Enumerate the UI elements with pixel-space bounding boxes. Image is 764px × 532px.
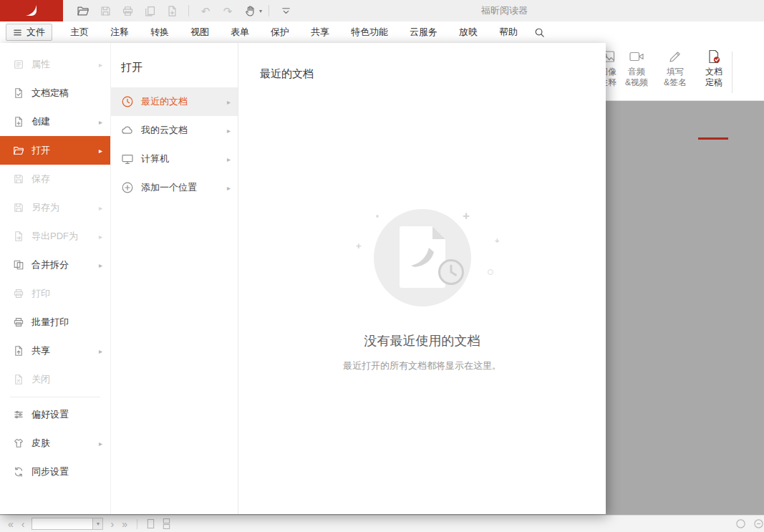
file-menu-item-create[interactable]: 创建 ▸ [0,107,110,136]
submenu-arrow-icon: ▸ [227,127,231,135]
open-item-cloud-documents[interactable]: 我的云文档 ▸ [111,116,238,145]
first-page-button[interactable]: « [6,519,16,529]
tab-help[interactable]: 帮助 [488,21,528,43]
save-icon [100,5,112,17]
menubar: 文件 主页 注释 转换 视图 表单 保护 共享 特色功能 云服务 放映 帮助 [0,21,764,43]
customize-toolbar-button[interactable] [276,2,296,19]
file-menu-item-open[interactable]: 打开 ▸ [0,136,110,165]
search-button[interactable] [531,24,548,41]
tab-comment[interactable]: 注释 [100,21,140,43]
open-folder-icon [77,4,90,17]
single-page-view-button[interactable] [145,518,157,529]
file-menu-item-share[interactable]: 共享 ▸ [0,337,110,365]
file-menu-item-skin[interactable]: 皮肤 ▸ [0,429,110,458]
page-dropdown-icon[interactable]: ▼ [93,518,103,530]
page-number-input[interactable] [32,518,93,530]
tab-slideshow[interactable]: 放映 [448,21,488,43]
next-page-button[interactable]: › [108,519,116,529]
new-doc-icon [166,5,178,17]
file-menu-item-preferences[interactable]: 偏好设置 [0,400,110,429]
save-icon [13,173,24,185]
decoration-dot [488,269,493,275]
tab-special-features[interactable]: 特色功能 [340,21,399,43]
submenu-arrow-icon: ▸ [227,98,231,106]
hand-tool-button[interactable] [240,2,260,19]
submenu-arrow-icon: ▸ [99,233,102,241]
file-menu-item-merge-split[interactable]: 合并拆分 ▸ [0,251,110,279]
empty-state: + + + 没有最近使用的文档 最近打开的所有文档都将显示在这里。 [238,209,606,372]
file-menu-item-print[interactable]: 打印 [0,279,110,308]
tab-protect[interactable]: 保护 [260,21,300,43]
tab-home[interactable]: 主页 [59,21,100,43]
duplicate-doc-button[interactable] [140,2,160,19]
ribbon-button-label: 文档 [705,67,722,77]
file-menu-item-save[interactable]: 保存 [0,165,110,193]
open-file-button[interactable] [73,2,93,19]
open-item-label: 计算机 [141,153,169,165]
folded-corner [432,226,445,239]
submenu-arrow-icon: ▸ [99,204,102,212]
file-menu-item-properties[interactable]: 属性 ▸ [0,50,110,79]
doc-check-icon [13,87,24,99]
recent-documents-panel: 最近的文档 + + + 没有最近使用的文档 最近打开的所有文档都将显示在这里。 [238,43,606,514]
merge-split-icon [13,259,24,271]
open-item-label: 添加一个位置 [141,181,197,194]
decoration-dot [376,215,379,218]
last-page-button[interactable]: » [120,519,130,529]
tab-view[interactable]: 视图 [180,21,220,43]
ribbon-button-label: &签名 [664,77,687,88]
ribbon-divider [732,52,732,93]
statusbar-divider [137,519,137,529]
open-item-recent-documents[interactable]: 最近的文档 ▸ [111,87,238,116]
file-menu-button[interactable]: 文件 [6,24,52,41]
ribbon-button-label: 填写 [667,67,684,77]
file-menu-item-sync-settings[interactable]: 同步设置 [0,458,110,486]
file-menu-item-export-pdf[interactable]: 导出PDF为 ▸ [0,222,110,251]
doc-finalize-button[interactable]: 文档 定稿 [695,49,733,96]
doc-finalize-icon [706,49,722,64]
open-item-computer[interactable]: 计算机 ▸ [111,145,238,173]
submenu-arrow-icon: ▸ [99,61,102,69]
file-menu-label: 文件 [26,26,45,39]
submenu-arrow-icon: ▸ [99,261,102,269]
page-number-control: ▼ [32,518,103,530]
properties-icon [13,59,24,70]
save-button[interactable] [95,2,115,19]
tab-share[interactable]: 共享 [300,21,340,43]
file-menu-panel: 属性 ▸ 文档定稿 创建 ▸ 打开 ▸ 保存 [0,43,606,514]
file-menu-item-batch-print[interactable]: 批量打印 [0,308,110,337]
skin-icon [13,437,24,449]
zoom-out-button[interactable] [752,518,764,529]
batch-print-icon [13,316,24,328]
tab-form[interactable]: 表单 [220,21,260,43]
prev-page-button[interactable]: ‹ [19,519,27,529]
doc-close-icon [13,374,24,385]
tab-cloud-service[interactable]: 云服务 [399,21,448,43]
open-item-add-place[interactable]: 添加一个位置 ▸ [111,173,238,202]
file-menu-item-save-as[interactable]: 另存为 ▸ [0,193,110,222]
search-icon [534,27,545,38]
open-item-label: 最近的文档 [141,95,188,108]
file-menu-item-close[interactable]: 关闭 [0,365,110,394]
ribbon-button-label: &视频 [625,77,648,88]
redo-button[interactable]: ↷ [218,2,238,19]
new-doc-button[interactable] [162,2,182,19]
ribbon-button-label: 定稿 [705,77,722,88]
undo-button[interactable]: ↶ [195,2,216,19]
continuous-view-button[interactable] [160,518,173,529]
hand-tool-dropdown-icon[interactable]: ▾ [259,8,262,14]
submenu-arrow-icon: ▸ [99,147,102,155]
statusbar: « ‹ ▼ › » [0,515,764,532]
window-title: 福昕阅读器 [481,0,528,21]
hand-mode-button[interactable] [734,518,748,529]
menu-divider [10,397,100,397]
file-menu-item-doc-finalize[interactable]: 文档定稿 [0,79,110,107]
clock-badge-icon [437,258,465,289]
audio-video-button[interactable]: 音频 &视频 [617,49,656,96]
print-button[interactable] [117,2,137,19]
print-icon [122,5,134,17]
hamburger-icon [13,28,22,37]
submenu-arrow-icon: ▸ [227,155,231,163]
fill-sign-button[interactable]: 填写 &签名 [656,49,695,96]
tab-convert[interactable]: 转换 [140,21,180,43]
